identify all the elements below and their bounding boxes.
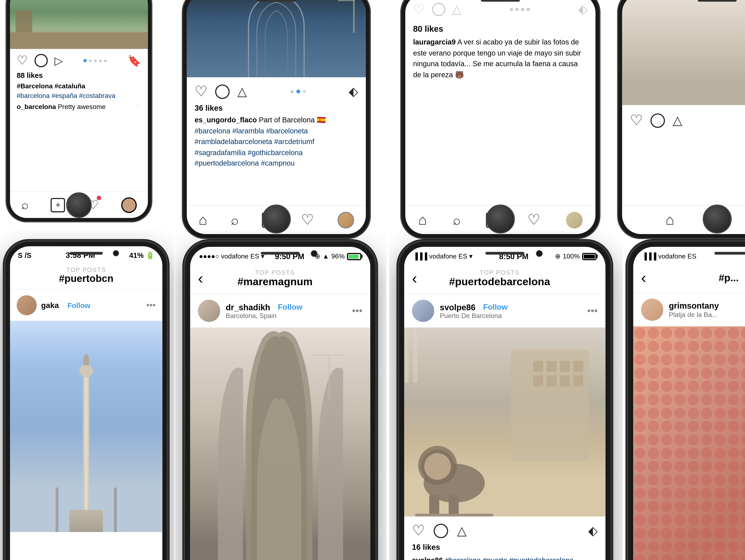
location-b4: Platja de la Ba... <box>669 311 745 319</box>
home-button-2[interactable] <box>262 205 291 233</box>
home-button-4[interactable] <box>703 205 732 233</box>
share-icon-4[interactable]: △ <box>673 113 682 128</box>
phone-top-4: ♡ △ ⌂ ⌕ <box>617 0 745 239</box>
comment-icon-4[interactable] <box>650 113 665 128</box>
likes-b3: 16 likes <box>404 541 606 553</box>
post-header-b1: gaka · Follow ••• <box>10 290 162 321</box>
home-nav-4[interactable]: ⌂ <box>666 211 674 229</box>
post-image-2 <box>187 0 366 77</box>
actions-4: ♡ △ <box>622 105 745 135</box>
location-b3: Puerto De Barcelona <box>440 311 582 319</box>
plus-nav-icon[interactable]: + <box>51 198 65 212</box>
phone-bottom-3-wrapper: ▐▐▐ vodafone ES ▾ 8:50 PM ⊕ 100% ‹ TOP P… <box>389 231 623 560</box>
heart-icon-4[interactable]: ♡ <box>630 112 643 129</box>
back-icon-b2[interactable]: ‹ <box>198 271 203 287</box>
follow-button-b3[interactable]: Follow <box>483 302 508 311</box>
bookmark-b3[interactable]: ⬖ <box>588 523 597 538</box>
camera-b1 <box>113 250 119 256</box>
username-b1: gaka <box>41 301 59 310</box>
status-bar-b1: S /S 3:58 PM 41% 🔋 <box>10 246 162 264</box>
camera-b3 <box>536 250 543 257</box>
phone-top-2-wrapper: ♡ △ ⬖ 36 likes es_ungordo_flaco Part of … <box>171 0 382 239</box>
username-b3: svolpe86 <box>440 302 476 311</box>
caption-2: es_ungordo_flaco Part of Barcelona 🇪🇸 #b… <box>187 113 366 173</box>
profile-nav-3[interactable] <box>566 211 583 228</box>
username-b2: dr_shadikh <box>226 302 270 311</box>
caption-user-1: o_barcelona Pretty awesome ♡ <box>10 103 148 113</box>
home-button-3[interactable] <box>486 205 515 233</box>
speaker-b2 <box>261 252 300 255</box>
search-nav-icon[interactable]: ⌕ <box>21 198 29 212</box>
follow-button-b1[interactable]: Follow <box>67 301 90 309</box>
share-b3[interactable]: △ <box>457 523 466 538</box>
screen-bottom-4: ▐▐▐ vodafone ES ‹ #p... grimsontany Plat… <box>633 247 745 560</box>
search-nav-3[interactable]: ⌕ <box>453 212 460 228</box>
speaker-b3 <box>485 252 524 255</box>
camera-b2 <box>311 250 317 257</box>
more-b1[interactable]: ••• <box>147 300 156 310</box>
search-nav-2[interactable]: ⌕ <box>231 212 238 228</box>
phone-bottom-2-wrapper: ●●●●○ vodafone ES ▾ 9:50 PM ⊕ ▲ 96% ‹ TO… <box>175 231 387 560</box>
top-posts-label-b1: TOP POSTS <box>66 266 106 273</box>
location-b2: Barcelona, Spain <box>226 311 347 319</box>
heart-icon-1[interactable]: ♡ <box>17 54 28 68</box>
hashtag-bar-b1: TOP POSTS #puertobcn <box>10 264 162 290</box>
phone-bottom-3: ▐▐▐ vodafone ES ▾ 8:50 PM ⊕ 100% ‹ TOP P… <box>399 242 611 560</box>
comment-icon-1[interactable] <box>34 54 48 67</box>
heart-icon-2[interactable]: ♡ <box>195 83 207 100</box>
post-image-1 <box>10 0 148 49</box>
home-button-1[interactable] <box>66 192 92 218</box>
more-b2[interactable]: ••• <box>352 305 362 317</box>
phone-top-2: ♡ △ ⬖ 36 likes es_ungordo_flaco Part of … <box>182 0 371 239</box>
comment-b3[interactable] <box>434 523 448 538</box>
post-image-b2 <box>190 327 370 560</box>
profile-nav-2[interactable] <box>337 211 354 228</box>
svg-rect-7 <box>449 494 459 517</box>
follow-button-b2[interactable]: Follow <box>278 302 302 311</box>
phone-bottom-1-wrapper: S /S 3:58 PM 41% 🔋 TOP POSTS #puertobcn … <box>0 231 174 560</box>
screen-top-3: ♡ △ ⬖ 80 likes lauragarcia9 A ver si aca… <box>405 0 595 234</box>
heart-nav-2[interactable]: ♡ <box>301 211 314 229</box>
top-bar-b4: ‹ #p... <box>633 266 745 293</box>
phone-bottom-1: S /S 3:58 PM 41% 🔋 TOP POSTS #puertobcn … <box>6 242 167 560</box>
phone-bottom-2: ●●●●○ vodafone ES ▾ 9:50 PM ⊕ ▲ 96% ‹ TO… <box>185 242 376 560</box>
username-b4: grimsontany <box>669 301 719 310</box>
home-nav-2[interactable]: ⌂ <box>199 211 207 229</box>
hashtag-title-b1: #puertobcn <box>59 273 114 285</box>
share-icon-2[interactable]: △ <box>237 84 247 99</box>
speaker-3 <box>481 0 520 2</box>
status-bar-b4: ▐▐▐ vodafone ES <box>633 247 745 266</box>
post-image-b3 <box>404 327 606 516</box>
phone-top-1: ♡ ▷ 🔖 88 likes #Barcelona #catalu <box>6 0 153 222</box>
screen-bottom-3: ▐▐▐ vodafone ES ▾ 8:50 PM ⊕ 100% ‹ TOP P… <box>404 247 606 560</box>
profile-nav[interactable] <box>121 197 137 213</box>
heart-nav-3[interactable]: ♡ <box>527 211 540 229</box>
avatar-b3 <box>412 300 434 322</box>
bookmark-icon-1[interactable]: 🔖 <box>127 54 141 67</box>
post-image-b4 <box>633 326 745 560</box>
post-header-b3: svolpe86 · Follow Puerto De Barcelona ••… <box>404 294 606 328</box>
avatar-b2 <box>198 300 220 322</box>
home-nav-3[interactable]: ⌂ <box>418 211 427 229</box>
screen-top-1: ♡ ▷ 🔖 88 likes #Barcelona #catalu <box>10 0 148 218</box>
post-header-b4: grimsontany Platja de la Ba... <box>633 293 745 326</box>
bookmark-icon-2[interactable]: ⬖ <box>349 84 358 99</box>
top-posts-b2: TOP POSTS <box>255 269 295 276</box>
heart-b3[interactable]: ♡ <box>412 522 425 539</box>
phone-bottom-4-wrapper: ▐▐▐ vodafone ES ‹ #p... grimsontany Plat… <box>623 231 745 560</box>
more-b3[interactable]: ••• <box>587 305 597 317</box>
speaker-2 <box>257 0 296 2</box>
hashtag-title-b3: #puertodebarcelona <box>449 276 550 288</box>
speaker-b4 <box>714 252 745 255</box>
comment-icon-2[interactable] <box>215 84 229 99</box>
avatar-b4 <box>641 299 663 321</box>
screen-top-4: ♡ △ ⌂ ⌕ <box>622 0 745 234</box>
share-icon-1[interactable]: ▷ <box>55 54 63 67</box>
post-header-b2: dr_shadikh · Follow Barcelona, Spain ••• <box>190 294 370 328</box>
post-actions-1: ♡ ▷ 🔖 <box>10 49 148 70</box>
top-bar-b2: ‹ TOP POSTS #maremagnum <box>190 266 370 294</box>
back-icon-b4[interactable]: ‹ <box>641 269 646 287</box>
back-icon-b3[interactable]: ‹ <box>412 271 417 287</box>
speaker-b1 <box>69 252 103 255</box>
screen-bottom-2: ●●●●○ vodafone ES ▾ 9:50 PM ⊕ ▲ 96% ‹ TO… <box>190 247 370 560</box>
